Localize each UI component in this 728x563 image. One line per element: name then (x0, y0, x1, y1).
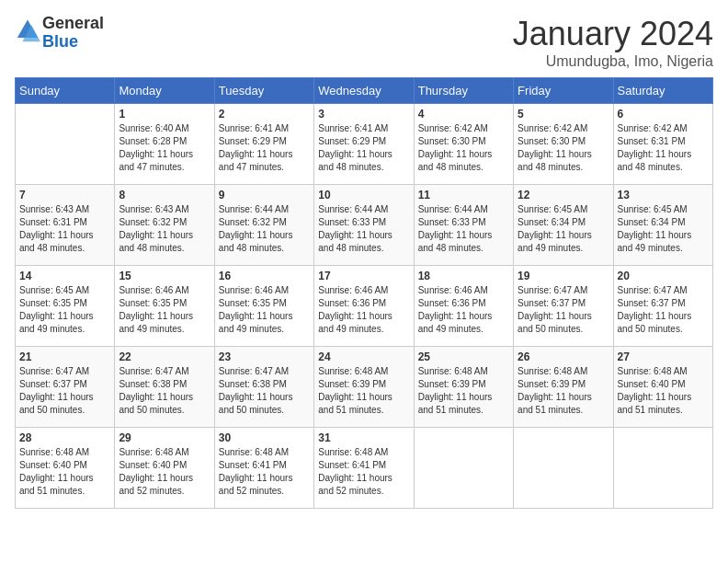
day-number: 29 (119, 431, 210, 444)
calendar-cell: 6Sunrise: 6:42 AMSunset: 6:31 PMDaylight… (613, 104, 712, 185)
day-number: 11 (418, 189, 509, 201)
calendar-cell: 8Sunrise: 6:43 AMSunset: 6:32 PMDaylight… (115, 185, 214, 266)
calendar-cell: 2Sunrise: 6:41 AMSunset: 6:29 PMDaylight… (214, 104, 313, 185)
day-number: 9 (219, 189, 310, 201)
day-number: 7 (19, 189, 110, 201)
page-header: General Blue January 2024 Umundugba, Imo… (15, 15, 713, 70)
day-number: 26 (518, 350, 609, 363)
calendar-cell: 16Sunrise: 6:46 AMSunset: 6:35 PMDayligh… (214, 266, 313, 347)
calendar-cell: 5Sunrise: 6:42 AMSunset: 6:30 PMDaylight… (514, 104, 613, 185)
calendar-cell (514, 428, 613, 509)
day-info: Sunrise: 6:48 AMSunset: 6:40 PMDaylight:… (119, 446, 210, 498)
day-number: 31 (318, 431, 409, 444)
calendar-table: SundayMondayTuesdayWednesdayThursdayFrid… (15, 77, 713, 509)
calendar-cell: 30Sunrise: 6:48 AMSunset: 6:41 PMDayligh… (214, 428, 313, 509)
calendar-week-row: 1Sunrise: 6:40 AMSunset: 6:28 PMDaylight… (16, 104, 713, 185)
day-number: 25 (418, 350, 509, 363)
day-number: 22 (119, 350, 210, 363)
calendar-week-row: 21Sunrise: 6:47 AMSunset: 6:37 PMDayligh… (16, 347, 713, 428)
calendar-cell: 12Sunrise: 6:45 AMSunset: 6:34 PMDayligh… (514, 185, 613, 266)
weekday-header: Tuesday (214, 78, 313, 104)
day-info: Sunrise: 6:47 AMSunset: 6:38 PMDaylight:… (219, 365, 310, 417)
calendar-cell: 15Sunrise: 6:46 AMSunset: 6:35 PMDayligh… (115, 266, 214, 347)
calendar-cell: 4Sunrise: 6:42 AMSunset: 6:30 PMDaylight… (414, 104, 513, 185)
logo-icon (15, 18, 40, 44)
calendar-header: SundayMondayTuesdayWednesdayThursdayFrid… (16, 78, 713, 104)
calendar-week-row: 28Sunrise: 6:48 AMSunset: 6:40 PMDayligh… (16, 428, 713, 509)
weekday-header: Monday (115, 78, 214, 104)
calendar-week-row: 14Sunrise: 6:45 AMSunset: 6:35 PMDayligh… (16, 266, 713, 347)
calendar-cell: 31Sunrise: 6:48 AMSunset: 6:41 PMDayligh… (314, 428, 414, 509)
calendar-cell: 19Sunrise: 6:47 AMSunset: 6:37 PMDayligh… (514, 266, 613, 347)
weekday-header: Saturday (613, 78, 712, 104)
day-info: Sunrise: 6:44 AMSunset: 6:32 PMDaylight:… (219, 203, 310, 255)
day-info: Sunrise: 6:48 AMSunset: 6:41 PMDaylight:… (219, 446, 310, 498)
calendar-cell: 7Sunrise: 6:43 AMSunset: 6:31 PMDaylight… (16, 185, 115, 266)
calendar-cell: 21Sunrise: 6:47 AMSunset: 6:37 PMDayligh… (16, 347, 115, 428)
weekday-header: Sunday (16, 78, 115, 104)
day-info: Sunrise: 6:46 AMSunset: 6:35 PMDaylight:… (219, 284, 310, 336)
weekday-header: Thursday (414, 78, 513, 104)
calendar-cell: 13Sunrise: 6:45 AMSunset: 6:34 PMDayligh… (613, 185, 712, 266)
logo: General Blue (15, 15, 104, 52)
calendar-cell (414, 428, 513, 509)
day-number: 4 (418, 108, 509, 121)
day-number: 3 (318, 108, 409, 121)
day-info: Sunrise: 6:48 AMSunset: 6:40 PMDaylight:… (19, 446, 110, 498)
weekday-header: Wednesday (314, 78, 414, 104)
day-number: 5 (518, 108, 609, 121)
day-info: Sunrise: 6:41 AMSunset: 6:29 PMDaylight:… (318, 122, 409, 174)
calendar-cell (613, 428, 712, 509)
day-number: 20 (618, 270, 709, 282)
calendar-cell: 23Sunrise: 6:47 AMSunset: 6:38 PMDayligh… (214, 347, 313, 428)
title-block: January 2024 Umundugba, Imo, Nigeria (513, 15, 713, 70)
day-info: Sunrise: 6:48 AMSunset: 6:39 PMDaylight:… (418, 365, 509, 417)
day-info: Sunrise: 6:44 AMSunset: 6:33 PMDaylight:… (418, 203, 509, 255)
day-info: Sunrise: 6:43 AMSunset: 6:31 PMDaylight:… (19, 203, 110, 255)
calendar-cell: 26Sunrise: 6:48 AMSunset: 6:39 PMDayligh… (514, 347, 613, 428)
day-info: Sunrise: 6:46 AMSunset: 6:35 PMDaylight:… (119, 284, 210, 336)
day-number: 8 (119, 189, 210, 201)
calendar-cell: 24Sunrise: 6:48 AMSunset: 6:39 PMDayligh… (314, 347, 414, 428)
calendar-cell: 22Sunrise: 6:47 AMSunset: 6:38 PMDayligh… (115, 347, 214, 428)
calendar-cell: 29Sunrise: 6:48 AMSunset: 6:40 PMDayligh… (115, 428, 214, 509)
day-info: Sunrise: 6:47 AMSunset: 6:37 PMDaylight:… (618, 284, 709, 336)
day-info: Sunrise: 6:47 AMSunset: 6:37 PMDaylight:… (518, 284, 609, 336)
logo-text: General Blue (42, 15, 104, 52)
day-number: 1 (119, 108, 210, 121)
calendar-cell: 11Sunrise: 6:44 AMSunset: 6:33 PMDayligh… (414, 185, 513, 266)
weekday-header: Friday (514, 78, 613, 104)
calendar-body: 1Sunrise: 6:40 AMSunset: 6:28 PMDaylight… (16, 104, 713, 509)
day-info: Sunrise: 6:43 AMSunset: 6:32 PMDaylight:… (119, 203, 210, 255)
calendar-cell: 28Sunrise: 6:48 AMSunset: 6:40 PMDayligh… (16, 428, 115, 509)
day-info: Sunrise: 6:48 AMSunset: 6:39 PMDaylight:… (318, 365, 409, 417)
calendar-cell: 3Sunrise: 6:41 AMSunset: 6:29 PMDaylight… (314, 104, 414, 185)
weekday-row: SundayMondayTuesdayWednesdayThursdayFrid… (16, 78, 713, 104)
calendar-cell: 27Sunrise: 6:48 AMSunset: 6:40 PMDayligh… (613, 347, 712, 428)
calendar-cell: 1Sunrise: 6:40 AMSunset: 6:28 PMDaylight… (115, 104, 214, 185)
calendar-cell: 17Sunrise: 6:46 AMSunset: 6:36 PMDayligh… (314, 266, 414, 347)
day-number: 6 (618, 108, 709, 121)
day-info: Sunrise: 6:48 AMSunset: 6:40 PMDaylight:… (618, 365, 709, 417)
day-info: Sunrise: 6:46 AMSunset: 6:36 PMDaylight:… (418, 284, 509, 336)
day-info: Sunrise: 6:48 AMSunset: 6:39 PMDaylight:… (518, 365, 609, 417)
day-info: Sunrise: 6:48 AMSunset: 6:41 PMDaylight:… (318, 446, 409, 498)
calendar-week-row: 7Sunrise: 6:43 AMSunset: 6:31 PMDaylight… (16, 185, 713, 266)
day-info: Sunrise: 6:47 AMSunset: 6:37 PMDaylight:… (19, 365, 110, 417)
day-number: 28 (19, 431, 110, 444)
day-info: Sunrise: 6:42 AMSunset: 6:31 PMDaylight:… (618, 122, 709, 174)
day-number: 27 (618, 350, 709, 363)
calendar-cell: 20Sunrise: 6:47 AMSunset: 6:37 PMDayligh… (613, 266, 712, 347)
day-number: 24 (318, 350, 409, 363)
day-number: 13 (618, 189, 709, 201)
day-info: Sunrise: 6:42 AMSunset: 6:30 PMDaylight:… (518, 122, 609, 174)
day-info: Sunrise: 6:46 AMSunset: 6:36 PMDaylight:… (318, 284, 409, 336)
day-info: Sunrise: 6:44 AMSunset: 6:33 PMDaylight:… (318, 203, 409, 255)
day-info: Sunrise: 6:40 AMSunset: 6:28 PMDaylight:… (119, 122, 210, 174)
calendar-cell: 25Sunrise: 6:48 AMSunset: 6:39 PMDayligh… (414, 347, 513, 428)
day-number: 17 (318, 270, 409, 282)
calendar-subtitle: Umundugba, Imo, Nigeria (513, 53, 713, 70)
day-number: 2 (219, 108, 310, 121)
day-number: 30 (219, 431, 310, 444)
day-number: 16 (219, 270, 310, 282)
